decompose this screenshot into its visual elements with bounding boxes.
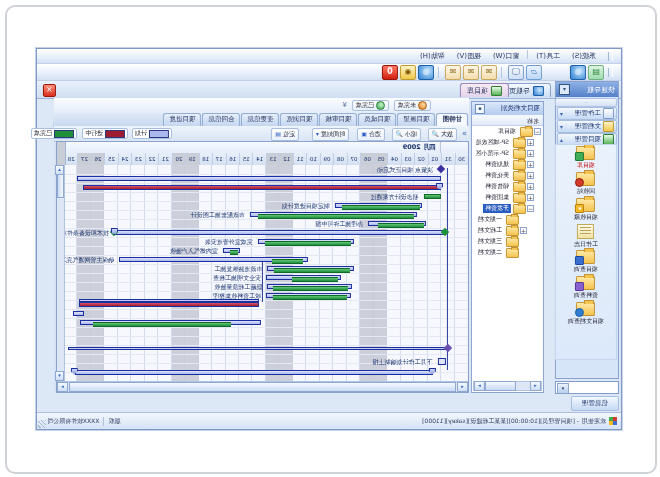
page-background: 系统(S)工具(T)窗口(W)视图(V)帮助(H) ▤◍▱🖵✉✉✉◍◉0 导航页… bbox=[0, 0, 660, 477]
screenshot-border bbox=[5, 5, 657, 474]
